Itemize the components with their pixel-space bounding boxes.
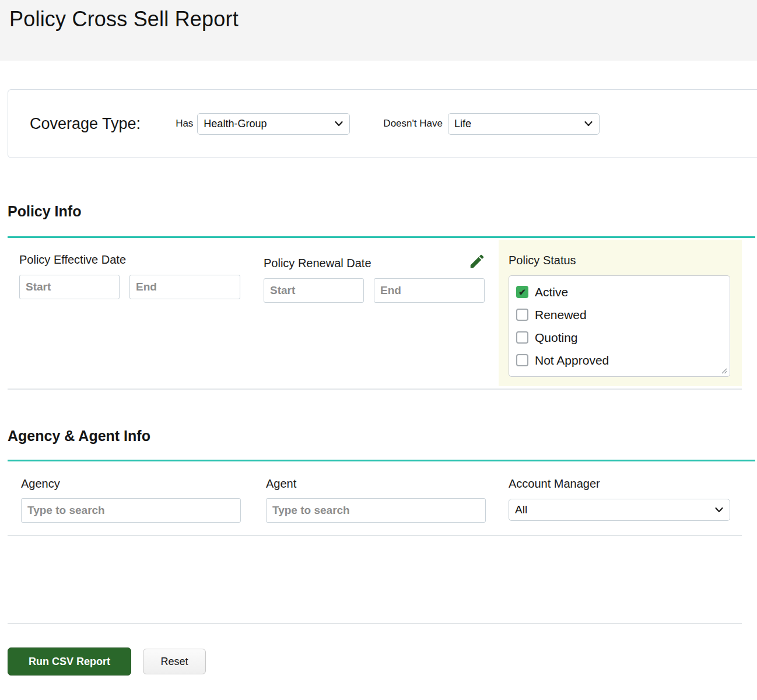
account-manager-selected-value: All — [515, 503, 527, 516]
status-option-label: Not Approved — [535, 354, 609, 368]
renewal-date-start-input[interactable] — [264, 278, 364, 303]
reset-button[interactable]: Reset — [143, 649, 206, 674]
account-manager-group: Account Manager All — [509, 477, 730, 521]
coverage-type-label: Coverage Type: — [30, 115, 141, 133]
not-approved-checkbox[interactable] — [516, 354, 528, 366]
policy-status-listbox[interactable]: Active Renewed Quoting Not Approved — [509, 275, 730, 377]
edit-pencil-icon[interactable] — [468, 253, 486, 270]
status-option-label: Active — [535, 285, 568, 299]
footer-divider — [8, 623, 742, 624]
effective-date-end-input[interactable] — [129, 275, 240, 299]
agency-agent-rule — [8, 460, 755, 461]
agent-label: Agent — [266, 477, 509, 491]
policy-renewal-date-group: Policy Renewal Date — [264, 238, 499, 303]
policy-status-panel: Policy Status Active Renewed Quoting Not… — [499, 240, 742, 386]
chevron-down-icon — [714, 506, 724, 514]
status-option-renewed[interactable]: Renewed — [516, 303, 724, 326]
agency-agent-row: Agency Agent Account Manager All — [0, 477, 757, 523]
status-option-quoting[interactable]: Quoting — [516, 326, 724, 349]
agency-search-input[interactable] — [21, 498, 241, 523]
doesnt-have-selected-value: Life — [454, 118, 471, 130]
policy-status-label: Policy Status — [509, 253, 730, 268]
has-coverage-select[interactable]: Health-Group — [197, 113, 350, 135]
section-divider — [8, 388, 742, 390]
doesnt-have-coverage-select[interactable]: Life — [448, 113, 600, 135]
agency-label: Agency — [21, 477, 266, 491]
actions-row: Run CSV Report Reset — [8, 648, 757, 676]
doesnt-have-label: Doesn't Have — [383, 118, 443, 130]
status-option-label: Renewed — [535, 308, 587, 322]
quoting-checkbox[interactable] — [516, 331, 528, 344]
policy-renewal-date-label: Policy Renewal Date — [264, 256, 372, 270]
agent-group: Agent — [266, 477, 509, 523]
effective-date-start-input[interactable] — [19, 275, 120, 299]
has-coverage-selected-value: Health-Group — [204, 118, 267, 130]
policy-info-heading: Policy Info — [8, 202, 757, 220]
coverage-type-box: Coverage Type: Has Health-Group Doesn't … — [8, 89, 757, 158]
resize-handle-icon[interactable] — [720, 367, 727, 374]
account-manager-label: Account Manager — [509, 477, 730, 491]
chevron-down-icon — [334, 120, 344, 128]
agent-search-input[interactable] — [266, 498, 486, 523]
renewed-checkbox[interactable] — [516, 309, 528, 321]
policy-effective-date-label: Policy Effective Date — [19, 253, 264, 267]
policy-effective-date-group: Policy Effective Date — [19, 238, 264, 299]
renewal-date-end-input[interactable] — [374, 278, 485, 303]
agency-agent-info-heading: Agency & Agent Info — [8, 427, 757, 444]
run-csv-report-button[interactable]: Run CSV Report — [8, 648, 131, 676]
status-option-active[interactable]: Active — [516, 281, 724, 303]
page-header: Policy Cross Sell Report — [0, 0, 757, 61]
has-label: Has — [176, 118, 193, 130]
active-checkbox[interactable] — [516, 286, 528, 298]
section-divider — [8, 535, 742, 536]
page-title: Policy Cross Sell Report — [9, 7, 748, 32]
agency-group: Agency — [21, 477, 266, 523]
status-option-label: Quoting — [535, 331, 578, 345]
account-manager-select[interactable]: All — [509, 499, 730, 521]
policy-info-row: Policy Effective Date Policy Renewal Dat… — [0, 238, 757, 386]
chevron-down-icon — [584, 120, 593, 128]
status-option-not-approved[interactable]: Not Approved — [516, 349, 724, 372]
